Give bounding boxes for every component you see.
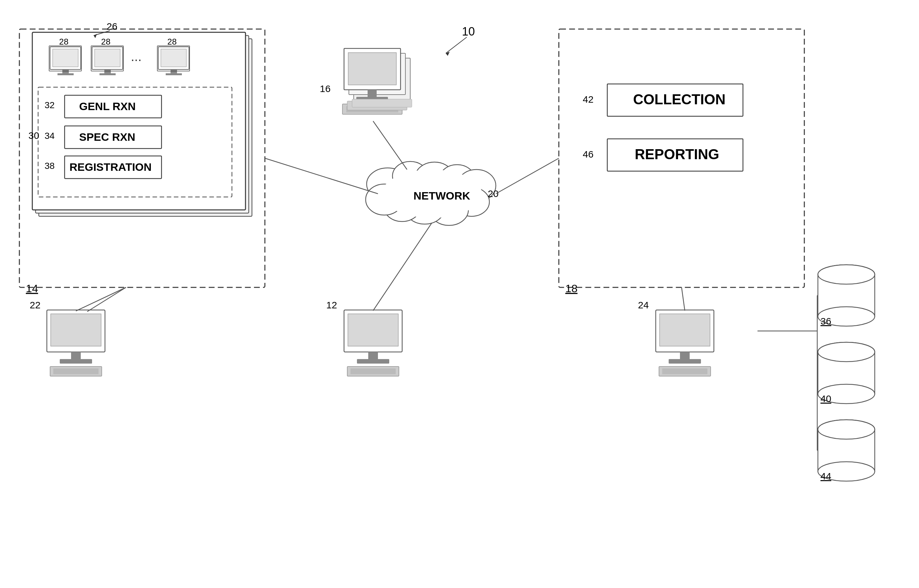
- collection-label: COLLECTION: [633, 91, 725, 107]
- svg-point-72: [818, 265, 875, 284]
- svg-rect-31: [53, 368, 99, 374]
- svg-rect-47: [348, 53, 396, 85]
- svg-rect-8: [53, 49, 78, 67]
- svg-rect-15: [99, 73, 116, 75]
- svg-rect-20: [166, 73, 182, 75]
- svg-rect-29: [60, 359, 92, 363]
- computer-24: [656, 310, 714, 376]
- label-28c: 28: [167, 37, 177, 47]
- label-10: 10: [462, 25, 475, 38]
- diagram-container: 14 26 28 28: [0, 0, 919, 588]
- label-26: 26: [107, 21, 117, 32]
- computer-12: [344, 310, 402, 376]
- svg-rect-14: [104, 69, 111, 73]
- label-42: 42: [583, 94, 594, 105]
- svg-rect-53: [352, 99, 412, 107]
- svg-rect-59: [351, 368, 396, 374]
- svg-rect-66: [669, 359, 701, 363]
- svg-point-76: [818, 342, 875, 362]
- registration-label: REGISTRATION: [70, 161, 152, 173]
- label-16: 16: [320, 83, 330, 94]
- svg-rect-57: [357, 359, 389, 363]
- ellipsis: ···: [131, 52, 141, 66]
- svg-rect-19: [171, 69, 177, 73]
- svg-rect-65: [680, 352, 690, 359]
- label-32: 32: [45, 100, 55, 110]
- label-14: 14: [26, 282, 38, 294]
- label-12: 12: [326, 300, 337, 310]
- svg-rect-48: [367, 90, 377, 97]
- svg-rect-18: [161, 49, 186, 67]
- reporting-label: REPORTING: [635, 146, 719, 162]
- label-38: 38: [45, 161, 55, 171]
- label-28b: 28: [101, 37, 110, 47]
- svg-rect-64: [660, 314, 710, 346]
- svg-rect-56: [368, 352, 378, 359]
- svg-rect-27: [51, 314, 101, 346]
- terminal-28c: [157, 46, 189, 75]
- label-30: 30: [28, 130, 39, 141]
- svg-rect-28: [71, 352, 81, 359]
- genl-rxn-label: GENL RXN: [79, 100, 136, 112]
- svg-rect-13: [95, 49, 120, 67]
- terminal-28a: [49, 46, 81, 75]
- terminal-28b: [91, 46, 123, 75]
- svg-rect-68: [662, 368, 707, 374]
- computer-22: [47, 310, 105, 376]
- label-44: 44: [820, 471, 831, 481]
- svg-rect-55: [348, 314, 398, 346]
- label-40: 40: [820, 393, 831, 404]
- computer-cluster-16: [342, 48, 412, 114]
- svg-rect-10: [58, 73, 74, 75]
- label-34: 34: [45, 131, 55, 141]
- label-18: 18: [565, 282, 578, 294]
- svg-rect-9: [62, 69, 69, 73]
- spec-rxn-label: SPEC RXN: [79, 131, 135, 143]
- label-28a: 28: [59, 37, 68, 47]
- label-24: 24: [638, 300, 649, 310]
- network-label: NETWORK: [413, 189, 470, 202]
- svg-point-80: [818, 420, 875, 439]
- label-46: 46: [583, 149, 594, 160]
- label-22: 22: [30, 300, 40, 310]
- label-36: 36: [820, 316, 831, 326]
